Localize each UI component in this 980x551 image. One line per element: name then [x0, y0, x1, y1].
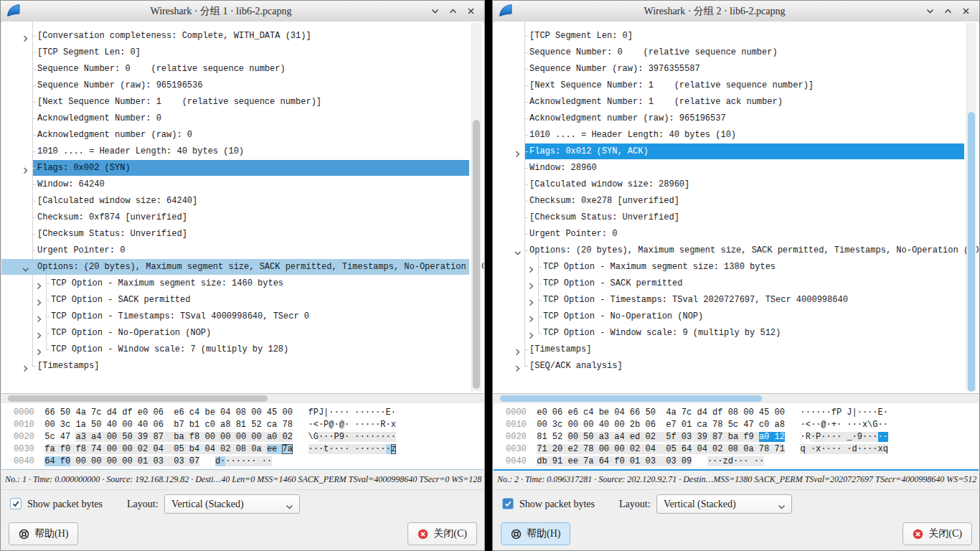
hex-row[interactable]: 0040 64 f0 00 00 00 00 01 03 03 07 d····… [14, 456, 484, 468]
close-window-icon[interactable] [957, 2, 975, 20]
tree-row[interactable]: Checksum: 0xe278 [unverified] [494, 193, 964, 209]
vertical-scrollbar-thumb[interactable] [473, 120, 480, 389]
tree-row[interactable]: [Checksum Status: Unverified] [1, 226, 469, 242]
titlebar[interactable]: Wireshark · 分组 2 · lib6-2.pcapng [493, 1, 979, 22]
hex-row[interactable]: 0010 00 3c 1a 50 40 00 40 06 b7 b1 c0 a8… [14, 419, 484, 431]
packet-bytes-pane[interactable]: 0000 e0 06 e6 c4 be 04 66 50 4a 7c d4 df… [494, 403, 979, 471]
tree-row[interactable]: Sequence Number (raw): 3976355587 [494, 61, 964, 77]
tree-row[interactable]: [Conversation completeness: Complete, WI… [1, 28, 469, 44]
tree-horizontal-scrollbar[interactable] [494, 394, 979, 403]
tree-horizontal-scrollbar[interactable] [1, 394, 484, 403]
tree-row[interactable]: [Calculated window size: 28960] [494, 176, 964, 193]
tree-row[interactable]: Sequence Number: 0 (relative sequence nu… [494, 44, 964, 61]
titlebar[interactable]: Wireshark · 分组 1 · lib6-2.pcapng [1, 1, 484, 22]
close-button[interactable]: 关闭(C) [407, 522, 477, 545]
tree-row[interactable]: Options: (20 bytes), Maximum segment siz… [1, 259, 469, 276]
maximize-icon[interactable] [444, 2, 462, 20]
layout-dropdown-value: Vertical (Stacked) [664, 495, 736, 513]
help-button-label: 帮助(H) [527, 527, 560, 540]
layout-label: Layout: [619, 491, 651, 518]
tree-row[interactable]: TCP Option - Timestamps: TSval 400099864… [1, 309, 469, 325]
hex-row[interactable]: 0040 db 91 ee 7a 64 f0 01 03 03 09 ···zd… [506, 456, 979, 468]
layout-dropdown[interactable]: Vertical (Stacked) [656, 494, 792, 514]
hex-row[interactable]: 0000 e0 06 e6 c4 be 04 66 50 4a 7c d4 df… [506, 407, 979, 419]
horizontal-scrollbar-thumb[interactable] [8, 395, 268, 402]
tree-row[interactable]: [Timestamps] [1, 358, 469, 375]
tree-row[interactable]: Checksum: 0xf874 [unverified] [1, 209, 469, 226]
tree-row[interactable]: Window: 64240 [1, 176, 469, 193]
tree-row[interactable]: [Checksum Status: Unverified] [494, 209, 964, 226]
wireshark-packet-dialog-2: Wireshark · 分组 2 · lib6-2.pcapng [TCP Se… [492, 0, 980, 551]
tree-row[interactable]: [Next Sequence Number: 1 (relative seque… [1, 94, 469, 110]
show-packet-bytes-checkbox[interactable] [502, 498, 514, 509]
horizontal-scrollbar-thumb[interactable] [500, 395, 762, 402]
chevron-down-icon [286, 501, 293, 514]
packet-summary-line: No.: 1 · Time: 0.000000000 · Source: 192… [1, 471, 484, 490]
tree-row[interactable]: 1010 .... = Header Length: 40 bytes (10) [1, 143, 469, 160]
controls-row: Show packet bytes Layout: Vertical (Stac… [1, 491, 484, 518]
tree-row[interactable]: [Next Sequence Number: 1 (relative seque… [494, 77, 964, 94]
tree-row[interactable]: 1010 .... = Header Length: 40 bytes (10) [494, 127, 964, 143]
minimize-icon[interactable] [426, 2, 444, 20]
window-title: Wireshark · 分组 1 · lib6-2.pcapng [29, 1, 413, 22]
tree-row[interactable]: Urgent Pointer: 0 [494, 226, 964, 242]
tree-row[interactable]: Options: (20 bytes), Maximum segment siz… [494, 242, 964, 259]
controls-row: Show packet bytes Layout: Vertical (Stac… [493, 491, 979, 518]
hex-row[interactable]: 0020 5c 47 a3 a4 00 50 39 87 ba f8 00 00… [14, 431, 484, 443]
tree-vertical-scrollbar[interactable] [966, 23, 976, 391]
tree-row[interactable]: [Timestamps] [494, 342, 964, 358]
help-button[interactable]: 帮助(H) [9, 522, 78, 545]
hex-row[interactable]: 0020 81 52 00 50 a3 a4 ed 02 5f 03 39 87… [506, 431, 979, 443]
tree-row[interactable]: TCP Option - Window scale: 7 (multiply b… [1, 342, 469, 358]
hex-row[interactable]: 0010 00 3c 00 00 40 00 2b 06 e7 01 ca 78… [506, 419, 979, 431]
close-button[interactable]: 关闭(C) [903, 522, 972, 545]
tree-row[interactable]: Acknowledgment number (raw): 965196537 [494, 110, 964, 127]
help-icon [19, 529, 29, 540]
tree-row[interactable]: TCP Option - Maximum segment size: 1460 … [1, 276, 469, 292]
hex-row[interactable]: 0000 66 50 4a 7c d4 df e0 06 e6 c4 be 04… [14, 407, 484, 419]
tree-row[interactable]: TCP Option - SACK permitted [1, 292, 469, 309]
hex-row[interactable]: 0030 fa f0 f8 74 00 00 02 04 05 b4 04 02… [14, 443, 484, 456]
maximize-icon[interactable] [939, 2, 957, 20]
close-window-icon[interactable] [462, 2, 480, 20]
layout-dropdown[interactable]: Vertical (Stacked) [164, 494, 300, 514]
tree-row[interactable]: TCP Option - No-Operation (NOP) [1, 325, 469, 342]
tree-row[interactable]: [TCP Segment Len: 0] [1, 44, 469, 61]
hex-row[interactable]: 0030 71 20 e2 78 00 00 02 04 05 64 04 02… [506, 443, 979, 456]
tree-row[interactable]: Flags: 0x012 (SYN, ACK) [494, 143, 964, 160]
tree-vertical-scrollbar[interactable] [471, 23, 481, 391]
tree-row[interactable]: Flags: 0x002 (SYN) [1, 160, 469, 176]
tree-row[interactable]: TCP Option - SACK permitted [494, 276, 964, 292]
tree-row[interactable]: [TCP Segment Len: 0] [494, 28, 964, 44]
window-title: Wireshark · 分组 2 · lib6-2.pcapng [522, 1, 908, 22]
close-button-label: 关闭(C) [433, 527, 467, 540]
tree-row[interactable]: Acknowledgment Number: 0 [1, 110, 469, 127]
tree-row[interactable]: Acknowledgment Number: 1 (relative ack n… [494, 94, 964, 110]
tree-row[interactable]: TCP Option - Maximum segment size: 1380 … [494, 259, 964, 276]
tree-row[interactable]: Sequence Number: 0 (relative sequence nu… [1, 61, 469, 77]
close-circle-icon [913, 529, 923, 540]
tree-row[interactable]: Urgent Pointer: 0 [1, 242, 469, 259]
minimize-icon[interactable] [921, 2, 939, 20]
help-button[interactable]: 帮助(H) [501, 522, 570, 545]
vertical-scrollbar-thumb[interactable] [968, 112, 975, 392]
packet-detail-tree: [TCP Segment Len: 0]Sequence Number: 0 (… [494, 22, 979, 394]
tree-row[interactable]: TCP Option - Timestamps: TSval 202072769… [494, 292, 964, 309]
tree-row[interactable]: TCP Option - Window scale: 9 (multiply b… [494, 325, 964, 342]
tree-row[interactable]: TCP Option - No-Operation (NOP) [494, 309, 964, 325]
tree-row[interactable]: Acknowledgment number (raw): 0 [1, 127, 469, 143]
tree-row[interactable]: [Calculated window size: 64240] [1, 193, 469, 209]
button-row: 帮助(H) 关闭(C) [1, 519, 484, 551]
show-packet-bytes-checkbox[interactable] [10, 498, 22, 509]
show-packet-bytes-label: Show packet bytes [519, 491, 595, 518]
tree-row[interactable]: [SEQ/ACK analysis] [494, 358, 964, 375]
packet-bytes-pane[interactable]: 0000 66 50 4a 7c d4 df e0 06 e6 c4 be 04… [1, 403, 484, 470]
packet-detail-tree: [Conversation completeness: Complete, WI… [1, 22, 484, 394]
button-row: 帮助(H) 关闭(C) [493, 519, 979, 551]
wireshark-packet-dialog-1: Wireshark · 分组 1 · lib6-2.pcapng [Conver… [0, 0, 485, 551]
chevron-down-icon [778, 501, 786, 514]
layout-dropdown-value: Vertical (Stacked) [171, 495, 244, 513]
tree-row[interactable]: Sequence Number (raw): 965196536 [1, 77, 469, 94]
layout-label: Layout: [127, 491, 159, 518]
tree-row[interactable]: Window: 28960 [494, 160, 964, 176]
